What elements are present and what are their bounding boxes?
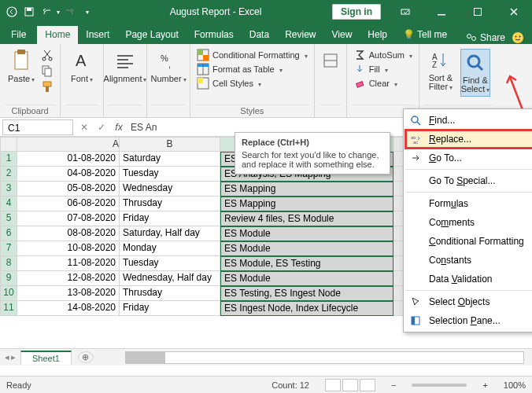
fx-cancel-icon[interactable]: ✕ [76,122,93,133]
cell[interactable]: ES Mapping [220,196,393,211]
row-header[interactable]: 8 [0,256,17,271]
tab-formulas[interactable]: Formulas [187,26,242,44]
cell[interactable]: ES Ingest Node, Index Lifecycle [220,301,393,316]
undo-icon[interactable] [39,5,54,19]
redo-icon[interactable] [63,5,77,19]
autosum-button[interactable]: AutoSum [353,49,412,61]
zoom-in-icon[interactable]: + [482,380,487,390]
tab-page-layout[interactable]: Page Layout [117,26,186,44]
find-select-button[interactable]: Find & Select [460,49,490,97]
tab-help[interactable]: Help [360,26,395,44]
tab-tell-me[interactable]: 💡 Tell me [395,26,455,44]
row-header[interactable]: 3 [0,182,17,196]
sign-in-button[interactable]: Sign in [332,4,381,20]
sheet-nav-prev-icon[interactable]: ◂ [5,352,9,362]
sheet-tab[interactable]: Sheet1 [20,351,72,365]
cell[interactable]: 08-08-2020 [17,226,120,241]
tab-home[interactable]: Home [37,26,78,44]
sheet-nav-next-icon[interactable]: ▸ [11,352,16,362]
conditional-formatting-button[interactable]: Conditional Formatting [197,49,308,61]
fill-button[interactable]: Fill [353,63,412,75]
format-as-table-button[interactable]: Format as Table [197,63,308,75]
cell[interactable]: Review 4 files, ES Module [220,211,393,226]
cell[interactable]: ES Module [220,226,393,241]
cell[interactable]: 05-08-2020 [17,182,120,196]
font-menu-button[interactable]: A Font [67,49,97,83]
cell[interactable]: 13-08-2020 [17,286,120,301]
menu-replace[interactable]: abacReplace... [405,130,532,149]
menu-formulas[interactable]: Formulas [405,194,532,213]
minimize-icon[interactable] [423,0,460,24]
cell[interactable]: 06-08-2020 [17,196,120,211]
cell[interactable]: ES Module, ES Testing [220,256,393,271]
cell[interactable]: 14-08-2020 [17,301,120,316]
menu-data-validation[interactable]: Data Validation [405,270,532,288]
qat-customize-icon[interactable]: ▾ [80,5,94,19]
menu-cond-fmt[interactable]: Conditional Formatting [405,232,532,251]
number-menu-button[interactable]: %, Number [153,49,183,83]
cell[interactable]: ES Module [220,271,393,286]
cell[interactable]: ES Module [220,241,393,256]
cell[interactable]: 04-08-2020 [17,167,120,182]
row-header[interactable]: 11 [0,301,17,316]
row-header[interactable]: 5 [0,211,17,226]
fx-confirm-icon[interactable]: ✓ [93,122,110,133]
paste-button[interactable]: Paste [6,49,36,83]
share-button[interactable]: Share [466,32,505,43]
select-all-corner[interactable] [0,137,17,152]
cut-icon[interactable] [41,49,54,61]
horizontal-scrollbar[interactable] [125,351,524,364]
format-painter-icon[interactable] [41,80,54,93]
cell[interactable]: Saturday, Half day [120,226,220,241]
tab-review[interactable]: Review [277,26,323,44]
cell[interactable]: 10-08-2020 [17,241,120,256]
clear-button[interactable]: Clear [353,77,412,90]
back-icon[interactable] [5,5,19,19]
zoom-out-icon[interactable]: − [391,380,396,390]
view-normal-icon[interactable] [325,379,341,391]
view-layout-icon[interactable] [342,379,358,391]
cell-styles-button[interactable]: Cell Styles [197,77,308,90]
row-header[interactable]: 6 [0,226,17,241]
cell[interactable]: Thrusday [120,196,220,211]
ribbon-options-icon[interactable] [387,0,423,24]
tab-file[interactable]: File [0,26,37,44]
fx-icon[interactable]: fx [110,122,127,133]
menu-find[interactable]: Find... [405,111,532,130]
cell[interactable]: Tuesday [120,256,220,271]
tab-view[interactable]: View [324,26,360,44]
zoom-level[interactable]: 100% [504,380,526,390]
menu-comments[interactable]: Comments [405,213,532,232]
cell[interactable]: Wednesday, Half day [120,271,220,286]
cell[interactable]: Tuesday [120,167,220,182]
cell[interactable]: Monday [120,241,220,256]
maximize-icon[interactable] [460,0,496,24]
close-icon[interactable] [496,0,532,24]
zoom-slider[interactable] [412,384,467,387]
cell[interactable]: 11-08-2020 [17,256,120,271]
name-box[interactable]: C1 [2,119,73,135]
col-header-a[interactable]: A [17,137,120,152]
view-break-icon[interactable] [360,379,375,391]
cell[interactable]: 01-08-2020 [17,152,120,167]
row-header[interactable]: 10 [0,286,17,301]
row-header[interactable]: 9 [0,271,17,286]
cell[interactable]: Thrusday [120,286,220,301]
row-header[interactable]: 2 [0,167,17,182]
row-header[interactable]: 7 [0,241,17,256]
sort-filter-button[interactable]: AZ Sort & Filter [426,49,456,92]
copy-icon[interactable] [41,64,54,77]
menu-constants[interactable]: Constants [405,251,532,270]
cell[interactable]: Wednesday [120,182,220,196]
col-header-b[interactable]: B [120,137,220,152]
menu-goto-special[interactable]: Go To Special... [405,171,532,190]
add-sheet-button[interactable]: ⊕ [78,351,94,363]
row-header[interactable]: 4 [0,196,17,211]
save-icon[interactable] [22,5,36,19]
tab-insert[interactable]: Insert [78,26,117,44]
cell[interactable]: Friday [120,211,220,226]
face-icon[interactable] [512,31,524,44]
menu-select-objects[interactable]: Select Objects [405,292,532,311]
cell[interactable]: ES Testing, ES Ingest Node [220,286,393,301]
menu-goto[interactable]: Go To... [405,149,532,167]
